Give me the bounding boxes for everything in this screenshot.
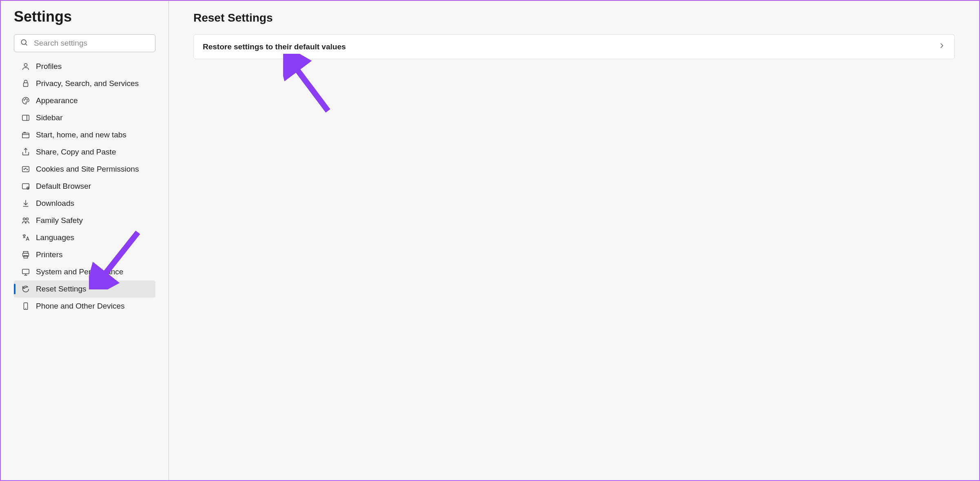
svg-point-12 [24,169,24,170]
sidebar-item-label: System and Performance [36,267,123,276]
svg-point-14 [27,169,28,170]
phone-icon [21,302,30,311]
search-field[interactable] [14,34,155,52]
sidebar-item-label: Start, home, and new tabs [36,130,126,139]
sidebar-item-cookies-and-site-permissions[interactable]: Cookies and Site Permissions [14,161,155,178]
default-icon [21,182,30,191]
system-icon [21,267,30,276]
sidebar-item-system-and-performance[interactable]: System and Performance [14,263,155,280]
svg-point-6 [27,99,28,100]
chevron-right-icon [938,42,945,51]
sidebar-item-default-browser[interactable]: Default Browser [14,178,155,195]
palette-icon [21,96,30,105]
sidebar-item-printers[interactable]: Printers [14,246,155,263]
sidebar-item-profiles[interactable]: Profiles [14,58,155,75]
download-icon [21,199,30,208]
sidebar-item-sidebar[interactable]: Sidebar [14,109,155,126]
sidebar-item-label: Reset Settings [36,285,86,293]
sidebar-item-reset-settings[interactable]: Reset Settings [14,280,155,298]
search-input[interactable] [34,39,149,48]
svg-rect-9 [22,133,29,138]
svg-point-2 [24,64,27,66]
svg-point-4 [24,99,24,100]
settings-sidebar: Settings ProfilesPrivacy, Search, and Se… [1,1,169,480]
sidebar-nav: ProfilesPrivacy, Search, and ServicesApp… [14,58,155,315]
sidebar-item-label: Languages [36,233,74,242]
svg-rect-23 [24,256,27,258]
sidebar-item-label: Sidebar [36,113,63,122]
svg-rect-11 [22,167,29,172]
sidebar-item-label: Appearance [36,96,78,105]
page-title: Reset Settings [193,11,955,24]
family-icon [21,216,30,225]
svg-line-29 [291,62,328,111]
sidebar-icon [21,113,30,122]
sidebar-item-label: Downloads [36,199,74,208]
restore-defaults-label: Restore settings to their default values [203,42,346,51]
share-icon [21,148,30,157]
sidebar-item-appearance[interactable]: Appearance [14,92,155,109]
tabs-icon [21,130,30,139]
sidebar-item-label: Cookies and Site Permissions [36,165,139,174]
profile-icon [21,62,30,71]
language-icon [21,233,30,242]
annotation-arrow-main [283,54,332,115]
sidebar-title: Settings [14,8,155,25]
sidebar-item-label: Family Safety [36,216,83,225]
cookies-icon [21,165,30,174]
svg-point-13 [25,168,26,169]
main-pane: Reset Settings Restore settings to their… [169,1,979,480]
printer-icon [21,250,30,259]
sidebar-item-downloads[interactable]: Downloads [14,195,155,212]
lock-icon [21,79,30,88]
svg-rect-3 [24,83,28,86]
sidebar-item-label: Printers [36,250,62,259]
reset-icon [21,285,30,293]
svg-line-1 [26,44,27,46]
svg-point-0 [21,40,26,44]
restore-defaults-row[interactable]: Restore settings to their default values [193,34,955,59]
sidebar-item-label: Profiles [36,62,62,71]
svg-point-5 [25,99,26,99]
sidebar-item-phone-and-other-devices[interactable]: Phone and Other Devices [14,298,155,315]
sidebar-item-label: Phone and Other Devices [36,302,125,311]
sidebar-item-label: Share, Copy and Paste [36,148,116,157]
svg-rect-24 [22,269,29,274]
svg-rect-7 [22,115,29,121]
sidebar-item-label: Default Browser [36,182,91,191]
sidebar-item-family-safety[interactable]: Family Safety [14,212,155,229]
sidebar-item-privacy-search-and-services[interactable]: Privacy, Search, and Services [14,75,155,92]
sidebar-item-share-copy-and-paste[interactable]: Share, Copy and Paste [14,143,155,161]
search-icon [20,38,28,48]
svg-point-20 [26,218,28,221]
sidebar-item-label: Privacy, Search, and Services [36,79,139,88]
sidebar-item-start-home-and-new-tabs[interactable]: Start, home, and new tabs [14,126,155,143]
sidebar-item-languages[interactable]: Languages [14,229,155,246]
svg-point-19 [23,218,26,221]
